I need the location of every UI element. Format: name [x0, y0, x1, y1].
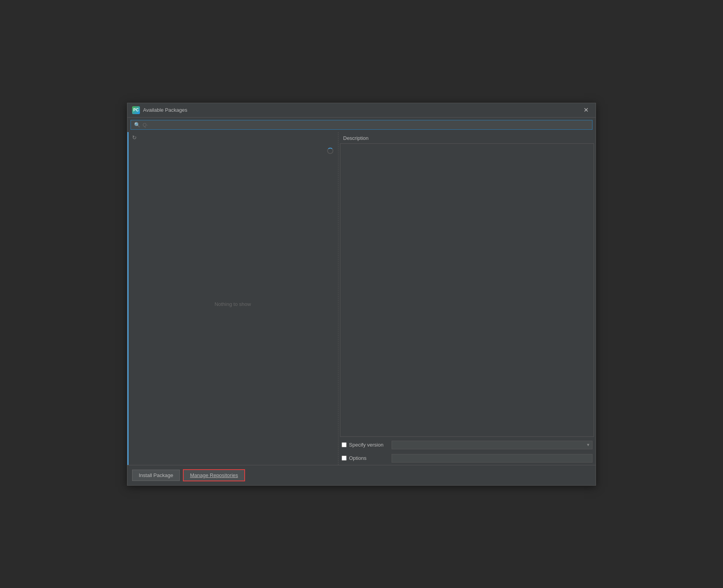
- options-label[interactable]: Options: [342, 455, 388, 461]
- search-icon: 🔍: [134, 122, 140, 128]
- left-panel: ↻ Nothing to show: [127, 132, 338, 465]
- main-content: ↻ Nothing to show Description Speci: [127, 132, 596, 465]
- manage-button-label: Manage Repositories: [190, 472, 238, 478]
- description-area: [340, 143, 594, 437]
- options-checkbox[interactable]: [342, 456, 347, 461]
- install-button-label: Install Package: [139, 472, 173, 478]
- nothing-to-show-label: Nothing to show: [215, 301, 251, 307]
- specify-version-checkbox[interactable]: [342, 442, 347, 447]
- refresh-button[interactable]: ↻: [131, 134, 138, 141]
- description-header: Description: [338, 132, 596, 143]
- version-select-wrapper: [392, 441, 592, 449]
- manage-repositories-button[interactable]: Manage Repositories: [183, 469, 245, 481]
- search-input-wrapper: 🔍: [131, 120, 592, 130]
- title-bar-left: PC Available Packages: [132, 106, 187, 114]
- app-icon-text: PC: [133, 108, 139, 112]
- toolbar: ↻: [127, 132, 338, 143]
- right-panel: Description Specify version Options: [338, 132, 596, 465]
- specify-version-text: Specify version: [349, 442, 383, 448]
- close-icon: ✕: [583, 107, 589, 113]
- package-list[interactable]: Nothing to show: [127, 143, 338, 465]
- available-packages-dialog: PC Available Packages ✕ 🔍 ↻: [127, 103, 596, 486]
- search-input[interactable]: [143, 122, 589, 128]
- install-package-button[interactable]: Install Package: [132, 470, 180, 481]
- title-bar: PC Available Packages ✕: [127, 103, 596, 118]
- search-bar: 🔍: [127, 118, 596, 132]
- dialog-title: Available Packages: [143, 107, 187, 113]
- version-select[interactable]: [392, 441, 592, 449]
- loading-spinner: [327, 148, 333, 154]
- options-row: Options: [338, 452, 596, 465]
- options-text: Options: [349, 455, 367, 461]
- specify-version-row: Specify version: [338, 438, 596, 452]
- spinner-ring: [327, 148, 333, 154]
- options-input[interactable]: [392, 454, 592, 463]
- app-icon: PC: [132, 106, 140, 114]
- refresh-icon: ↻: [132, 134, 137, 141]
- bottom-bar: Install Package Manage Repositories: [127, 465, 596, 485]
- specify-version-label[interactable]: Specify version: [342, 442, 388, 448]
- close-button[interactable]: ✕: [581, 106, 591, 114]
